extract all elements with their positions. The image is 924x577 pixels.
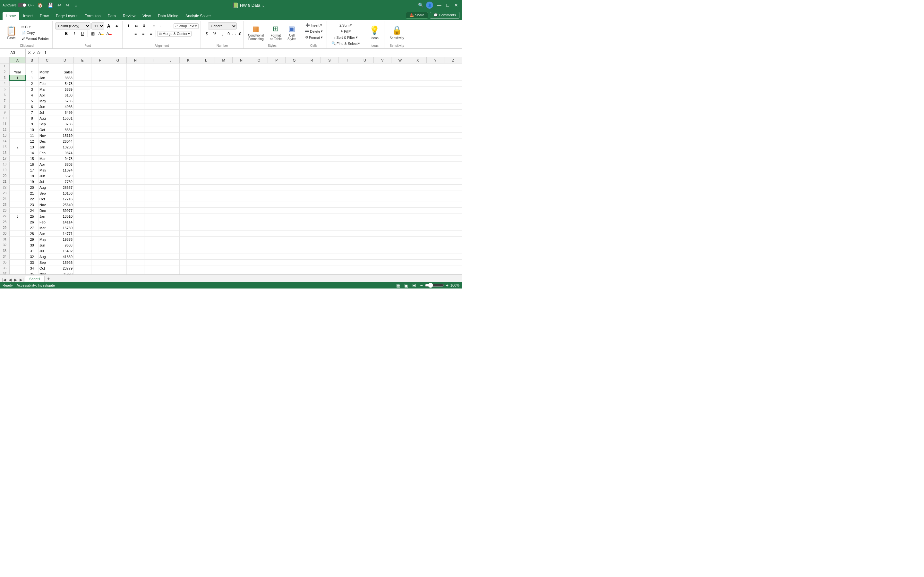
align-right-button[interactable]: ≡ xyxy=(147,30,154,37)
cell-f3[interactable] xyxy=(91,75,109,81)
cell-c30[interactable]: Apr xyxy=(39,231,56,236)
cell-c29[interactable]: Mar xyxy=(39,225,56,230)
cell-b30[interactable]: 28 xyxy=(26,231,39,236)
cell-f28[interactable] xyxy=(91,219,109,225)
cell-h19[interactable] xyxy=(127,167,144,173)
cell-g21[interactable] xyxy=(109,179,127,184)
col-header-u[interactable]: U xyxy=(356,57,374,63)
col-header-g[interactable]: G xyxy=(109,57,127,63)
cell-g4[interactable] xyxy=(109,81,127,86)
cell-j27[interactable] xyxy=(162,213,180,219)
cell-b16[interactable]: 14 xyxy=(26,150,39,155)
cell-h30[interactable] xyxy=(127,231,144,236)
cell-a26[interactable] xyxy=(10,208,26,213)
cell-f33[interactable] xyxy=(91,248,109,253)
cell-g16[interactable] xyxy=(109,150,127,155)
cell-g13[interactable] xyxy=(109,133,127,138)
cell-j8[interactable] xyxy=(162,104,180,109)
cell-c33[interactable]: Jul xyxy=(39,248,56,253)
row-number[interactable]: 12 xyxy=(0,127,10,132)
tab-data[interactable]: Data xyxy=(104,12,119,20)
cell-e10[interactable] xyxy=(74,115,91,121)
cell-h7[interactable] xyxy=(127,98,144,103)
indent-decrease-button[interactable]: ← xyxy=(158,23,165,29)
cell-j20[interactable] xyxy=(162,173,180,179)
cell-h22[interactable] xyxy=(127,185,144,190)
row-number[interactable]: 36 xyxy=(0,266,10,271)
row-number[interactable]: 29 xyxy=(0,225,10,230)
cell-h32[interactable] xyxy=(127,242,144,248)
cell-f17[interactable] xyxy=(91,156,109,161)
cell-a21[interactable] xyxy=(10,179,26,184)
cell-b31[interactable]: 29 xyxy=(26,237,39,242)
cell-h16[interactable] xyxy=(127,150,144,155)
comma-button[interactable]: , xyxy=(219,31,226,37)
cell-g5[interactable] xyxy=(109,87,127,92)
cell-f30[interactable] xyxy=(91,231,109,236)
cell-c26[interactable]: Dec xyxy=(39,208,56,213)
cell-c22[interactable]: Aug xyxy=(39,185,56,190)
cell-g17[interactable] xyxy=(109,156,127,161)
cell-f35[interactable] xyxy=(91,259,109,265)
cell-e15[interactable] xyxy=(74,144,91,150)
cell-j19[interactable] xyxy=(162,167,180,173)
save-button[interactable]: 💾 xyxy=(46,2,54,8)
cell-j16[interactable] xyxy=(162,150,180,155)
tab-page-layout[interactable]: Page Layout xyxy=(53,12,81,20)
cell-b6[interactable]: 4 xyxy=(26,92,39,98)
cell-i35[interactable] xyxy=(144,259,162,265)
cell-a19[interactable] xyxy=(10,167,26,173)
row-number[interactable]: 10 xyxy=(0,115,10,121)
cell-a4[interactable] xyxy=(10,81,26,86)
first-sheet-button[interactable]: |◀ xyxy=(1,277,7,282)
add-sheet-button[interactable]: + xyxy=(45,276,52,282)
row-number[interactable]: 30 xyxy=(0,231,10,236)
autosave-switch[interactable] xyxy=(18,3,27,7)
cell-c20[interactable]: Jun xyxy=(39,173,56,179)
cell-e37[interactable] xyxy=(74,271,91,274)
cell-h35[interactable] xyxy=(127,259,144,265)
cell-j11[interactable] xyxy=(162,121,180,127)
cell-a30[interactable] xyxy=(10,231,26,236)
cell-f24[interactable] xyxy=(91,196,109,201)
cell-e36[interactable] xyxy=(74,266,91,271)
cell-a14[interactable] xyxy=(10,139,26,144)
cell-b19[interactable]: 17 xyxy=(26,167,39,173)
cell-j29[interactable] xyxy=(162,225,180,230)
col-header-b[interactable]: B xyxy=(26,57,39,63)
cell-j34[interactable] xyxy=(162,254,180,259)
cell-g9[interactable] xyxy=(109,110,127,115)
cell-g6[interactable] xyxy=(109,92,127,98)
zoom-slider[interactable] xyxy=(425,283,444,288)
cell-a16[interactable] xyxy=(10,150,26,155)
cell-d4[interactable]: 5478 xyxy=(56,81,74,86)
delete-cells-button[interactable]: ➖ Delete ▾ xyxy=(303,29,325,34)
cell-e35[interactable] xyxy=(74,259,91,265)
cell-a9[interactable] xyxy=(10,110,26,115)
increase-decimal-button[interactable]: .0→ xyxy=(226,31,234,37)
col-header-h[interactable]: H xyxy=(127,57,144,63)
cell-i20[interactable] xyxy=(144,173,162,179)
align-center-button[interactable]: ≡ xyxy=(140,30,147,37)
formula-input[interactable] xyxy=(42,49,462,57)
col-header-p[interactable]: P xyxy=(268,57,286,63)
row-number[interactable]: 22 xyxy=(0,185,10,190)
col-header-i[interactable]: I xyxy=(144,57,162,63)
cell-c10[interactable]: Aug xyxy=(39,115,56,121)
cell-b15[interactable]: 13 xyxy=(26,144,39,150)
cell-g30[interactable] xyxy=(109,231,127,236)
cell-e8[interactable] xyxy=(74,104,91,109)
decrease-decimal-button[interactable]: ←.0 xyxy=(234,31,241,37)
cell-a37[interactable] xyxy=(10,271,26,274)
cell-b29[interactable]: 27 xyxy=(26,225,39,230)
cell-c2[interactable]: Month xyxy=(39,69,56,75)
cell-j13[interactable] xyxy=(162,133,180,138)
cell-i15[interactable] xyxy=(144,144,162,150)
page-layout-view-button[interactable]: ▣ xyxy=(404,283,409,288)
cell-i23[interactable] xyxy=(144,190,162,196)
font-color-button[interactable]: A▬ xyxy=(105,30,113,37)
cell-j9[interactable] xyxy=(162,110,180,115)
sort-filter-button[interactable]: ↕ Sort & Filter ▾ xyxy=(332,35,360,40)
cell-f23[interactable] xyxy=(91,190,109,196)
cell-e2[interactable] xyxy=(74,69,91,75)
